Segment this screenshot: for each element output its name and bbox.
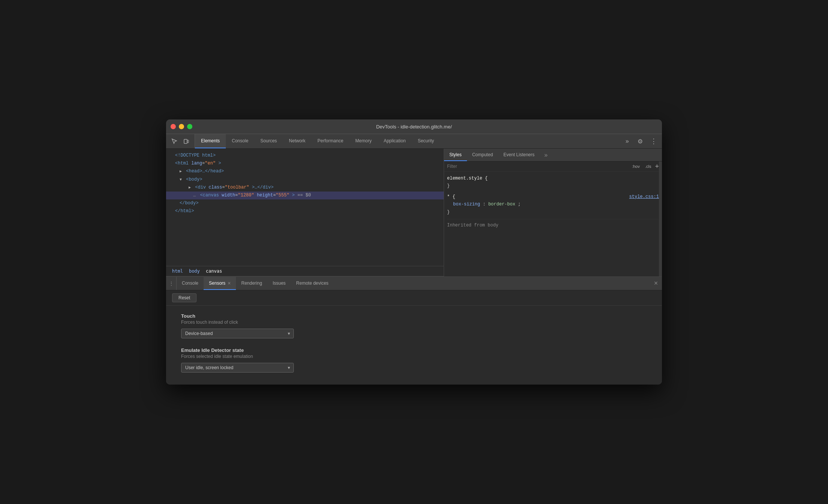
more-options-icon[interactable]: ⋮ [648, 136, 659, 146]
dom-line-div: ▶ <div class="toolbar" >…</div> [166, 184, 444, 192]
hov-button[interactable]: :hov [630, 163, 641, 169]
dom-line-head: ▶ <head>…</head> [166, 167, 444, 175]
drawer-tabs: ⋮ Console Sensors × Rendering Issues Rem… [166, 277, 662, 290]
dom-tree[interactable]: <!DOCTYPE html> <html lang="en" > ▶ <hea… [166, 149, 444, 266]
css-rules: element.style { } * { style.css:1 box-si… [444, 172, 662, 232]
minimize-button[interactable] [179, 124, 184, 129]
sensors-close-icon[interactable]: × [228, 281, 231, 286]
tab-styles[interactable]: Styles [444, 149, 467, 161]
devtools-window: DevTools - idle-detection.glitch.me/ Ele… [166, 119, 662, 385]
svg-rect-1 [187, 140, 189, 143]
dom-line-html: <html lang="en" > [166, 160, 444, 167]
svg-rect-0 [184, 139, 187, 143]
dom-line-canvas[interactable]: … <canvas width="1280" height="555" > ==… [166, 192, 444, 199]
tab-event-listeners[interactable]: Event Listeners [498, 149, 540, 161]
reset-button[interactable]: Reset [172, 293, 196, 302]
styles-panel: Styles Computed Event Listeners » :hov .… [444, 149, 662, 276]
tab-memory[interactable]: Memory [349, 134, 378, 148]
drawer-tab-console[interactable]: Console [177, 277, 204, 290]
toolbar-icons [166, 134, 195, 148]
universal-style-block: * { style.css:1 box-sizing : border-box … [447, 193, 659, 216]
drawer-tab-rendering[interactable]: Rendering [236, 277, 267, 290]
idle-desc: Forces selected idle state emulation [181, 354, 647, 359]
touch-label: Touch [181, 313, 647, 319]
add-rule-button[interactable]: + [655, 163, 659, 170]
reset-row: Reset [166, 290, 662, 306]
filter-bar: :hov .cls + [444, 161, 662, 172]
touch-select-wrapper: Device-based Force enabled Force disable… [181, 329, 294, 338]
more-style-tabs[interactable]: » [541, 149, 551, 161]
tab-network[interactable]: Network [283, 134, 311, 148]
breadcrumb-html[interactable]: html [169, 268, 186, 275]
tab-application[interactable]: Application [378, 134, 412, 148]
toolbar-tabs: Elements Console Sources Network Perform… [195, 134, 619, 148]
tab-security[interactable]: Security [412, 134, 440, 148]
tab-performance[interactable]: Performance [311, 134, 349, 148]
dom-line-close-body: </body> [166, 199, 444, 207]
cls-button[interactable]: .cls [644, 163, 653, 169]
close-button[interactable] [171, 124, 176, 129]
dom-line-doctype: <!DOCTYPE html> [166, 152, 444, 160]
drawer-more-button[interactable]: ⋮ [166, 277, 177, 290]
inspect-icon[interactable] [169, 136, 180, 146]
drawer: ⋮ Console Sensors × Rendering Issues Rem… [166, 276, 662, 385]
main-toolbar: Elements Console Sources Network Perform… [166, 134, 662, 149]
breadcrumb-canvas[interactable]: canvas [203, 268, 225, 275]
tab-computed[interactable]: Computed [467, 149, 498, 161]
touch-select[interactable]: Device-based Force enabled Force disable… [181, 329, 294, 338]
drawer-tab-remote-devices[interactable]: Remote devices [291, 277, 334, 290]
dom-inspector: <!DOCTYPE html> <html lang="en" > ▶ <hea… [166, 149, 444, 276]
universal-selector-line: * { style.css:1 [447, 193, 659, 201]
upper-area: <!DOCTYPE html> <html lang="en" > ▶ <hea… [166, 149, 662, 276]
tab-console[interactable]: Console [226, 134, 254, 148]
device-toggle-icon[interactable] [181, 136, 192, 146]
dom-line-body: ▼ <body> [166, 176, 444, 184]
toolbar-right: » ⚙ ⋮ [619, 134, 662, 148]
right-scrollbar[interactable] [659, 161, 662, 276]
idle-section: Emulate Idle Detector state Forces selec… [166, 343, 662, 377]
styles-tabs: Styles Computed Event Listeners » [444, 149, 662, 161]
touch-desc: Forces touch instead of click [181, 320, 647, 325]
more-tabs-button[interactable]: » [623, 136, 632, 146]
idle-select-wrapper: No idle emulation User active, screen un… [181, 363, 294, 373]
tab-sources[interactable]: Sources [254, 134, 283, 148]
style-source-link[interactable]: style.css:1 [629, 193, 659, 201]
title-bar: DevTools - idle-detection.glitch.me/ [166, 119, 662, 134]
drawer-tab-sensors[interactable]: Sensors × [204, 277, 236, 290]
touch-section: Touch Forces touch instead of click Devi… [166, 309, 662, 343]
window-title: DevTools - idle-detection.glitch.me/ [376, 124, 452, 130]
dom-line-close-html: </html> [166, 207, 444, 215]
filter-buttons: :hov .cls + [630, 163, 659, 170]
sensors-content: Reset Touch Forces touch instead of clic… [166, 290, 662, 385]
element-style-block: element.style { } [447, 175, 659, 190]
breadcrumb: html body canvas [166, 266, 444, 276]
breadcrumb-body[interactable]: body [186, 268, 203, 275]
css-property-box-sizing: box-sizing : border-box ; [447, 201, 659, 208]
content-area: <!DOCTYPE html> <html lang="en" > ▶ <hea… [166, 149, 662, 385]
element-style-close: } [447, 182, 659, 190]
universal-style-close: } [447, 208, 659, 216]
maximize-button[interactable] [187, 124, 192, 129]
tab-elements[interactable]: Elements [195, 134, 226, 148]
idle-label: Emulate Idle Detector state [181, 347, 647, 353]
drawer-tab-issues[interactable]: Issues [267, 277, 291, 290]
filter-input[interactable] [447, 164, 630, 169]
settings-icon[interactable]: ⚙ [635, 136, 645, 146]
idle-select[interactable]: No idle emulation User active, screen un… [181, 363, 294, 373]
drawer-close-button[interactable]: × [650, 277, 662, 290]
traffic-lights [171, 124, 192, 129]
element-style-selector: element.style { [447, 175, 659, 182]
inherited-from: Inherited from body [447, 219, 659, 229]
